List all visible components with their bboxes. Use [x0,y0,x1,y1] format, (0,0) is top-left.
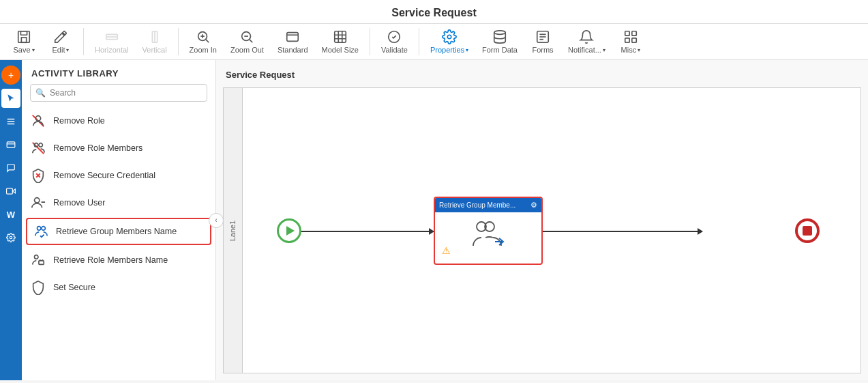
misc-button[interactable]: Misc▾ [614,27,648,57]
app-title: Service Request [391,7,477,18]
svg-rect-25 [632,31,636,36]
library-item-label: Set Secure [53,283,95,292]
title-bar: Service Request [0,0,868,24]
svg-marker-33 [12,189,15,193]
connector-node-to-end [543,231,702,232]
library-list: Remove Role Remove Role Members [22,107,215,380]
remove-role-members-icon [30,140,46,156]
side-icon-video[interactable] [1,182,20,201]
library-item-label: Remove User [53,198,105,208]
library-title: ACTIVITY LIBRARY [22,60,215,84]
remove-user-icon [30,195,46,211]
search-icon: 🔍 [35,88,46,98]
library-item-retrieve-group-members-name[interactable]: Retrieve Group Members Name [26,218,211,245]
node-people-icon [470,220,506,253]
library-item-label: Retrieve Group Members Name [56,227,177,236]
node-warning-icon: ⚠ [442,245,451,256]
start-icon [286,226,295,236]
svg-point-35 [10,236,12,239]
properties-button[interactable]: Properties▾ [425,27,474,57]
side-icon-plus[interactable]: + [1,66,20,85]
standard-button[interactable]: Standard [272,27,314,57]
library-panel: ACTIVITY LIBRARY 🔍 Remove Role [22,60,216,380]
model-size-button[interactable]: Model Size [316,27,364,57]
svg-rect-26 [625,38,629,42]
svg-rect-0 [18,31,30,43]
connector-start-to-node [301,231,434,232]
collapse-panel-button[interactable]: ‹ [209,213,224,228]
canvas-title: Service Request [226,70,295,80]
svg-line-10 [206,40,209,42]
library-item-label: Remove Role [53,116,105,126]
svg-rect-16 [334,31,346,43]
side-icon-list[interactable] [1,112,20,131]
remove-role-icon [30,113,46,129]
edit-button[interactable]: Edit▾ [44,27,78,57]
end-icon [803,226,812,236]
library-item-label: Retrieve Role Members Name [53,255,168,265]
toolbar: Save▾ Edit▾ Horizontal Vertical Zoom In … [0,24,868,60]
library-item-remove-user[interactable]: Remove User [22,189,215,216]
library-item-remove-role-members[interactable]: Remove Role Members [22,134,215,162]
node-gear-icon[interactable]: ⚙ [530,201,537,210]
main-area: + W ACTIVITY LIBRARY 🔍 [0,60,868,380]
svg-point-18 [447,35,451,39]
end-event[interactable] [795,218,820,243]
library-item-label: Remove Role Members [53,143,143,153]
svg-point-40 [39,143,42,147]
library-item-set-secure[interactable]: Set Secure [22,274,215,301]
lane-container: Lane1 Retrieve Group Membe... ⚙ [223,87,861,373]
library-item-remove-secure-credential[interactable]: Remove Secure Credential [22,162,215,189]
library-item-remove-role[interactable]: Remove Role [22,107,215,134]
canvas-area: Service Request Lane1 Retrieve Group Mem… [216,60,868,380]
svg-point-19 [494,31,506,35]
svg-point-45 [38,227,42,231]
library-item-retrieve-role-members-name[interactable]: Retrieve Role Members Name [22,246,215,274]
forms-button[interactable]: Forms [526,27,560,57]
search-input[interactable] [30,84,207,102]
svg-point-43 [35,198,40,203]
svg-point-47 [35,255,39,259]
start-event[interactable] [277,218,301,243]
library-item-label: Remove Secure Credential [53,171,155,180]
node-title: Retrieve Group Membe... [439,201,515,209]
svg-point-46 [42,227,45,231]
horizontal-button[interactable]: Horizontal [89,27,134,57]
lane-content: Retrieve Group Membe... ⚙ [243,88,860,373]
lane-label: Lane1 [229,220,237,241]
lane-label-col: Lane1 [224,88,243,373]
retrieve-group-members-icon [33,223,49,240]
form-data-button[interactable]: Form Data [477,27,523,57]
svg-rect-2 [21,38,26,42]
svg-rect-1 [20,31,27,36]
svg-rect-31 [7,142,15,147]
activity-node[interactable]: Retrieve Group Membe... ⚙ [434,197,543,265]
set-secure-icon [30,279,46,296]
remove-secure-credential-icon [30,167,46,184]
node-header: Retrieve Group Membe... ⚙ [435,198,541,212]
zoom-out-button[interactable]: Zoom Out [225,27,269,57]
side-icon-id[interactable] [1,135,20,154]
vertical-button[interactable]: Vertical [137,27,173,57]
side-icons: + W [0,60,22,380]
validate-button[interactable]: Validate [376,27,413,57]
side-icon-cursor[interactable] [1,89,20,108]
svg-rect-34 [7,188,13,194]
search-box: 🔍 [30,84,207,102]
node-body: ⚠ [435,212,541,260]
side-icon-chat[interactable] [1,158,20,178]
save-button[interactable]: Save▾ [7,27,41,57]
svg-rect-14 [287,33,299,42]
svg-line-13 [250,40,253,42]
side-icon-wordpress[interactable]: W [1,205,20,224]
zoom-in-button[interactable]: Zoom In [184,27,222,57]
notifications-button[interactable]: Notificat...▾ [563,27,611,57]
svg-rect-24 [625,31,629,36]
svg-rect-27 [632,38,636,42]
retrieve-role-members-icon [30,252,46,268]
side-icon-settings[interactable] [1,228,20,247]
svg-rect-48 [39,261,44,265]
